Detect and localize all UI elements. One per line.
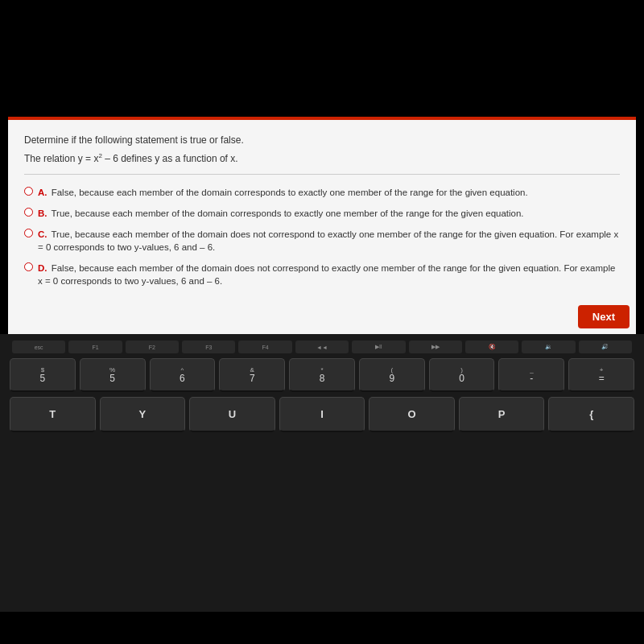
key-f7[interactable]: ▶▶	[409, 341, 462, 353]
key-paren-close[interactable]: ) 0	[429, 358, 495, 392]
key-f5[interactable]: ◄◄	[295, 341, 349, 353]
content-area: Determine if the following statement is …	[8, 120, 636, 338]
key-bracket-open[interactable]: {	[548, 397, 634, 432]
option-c[interactable]: C. True, because each member of the doma…	[24, 228, 620, 254]
key-i[interactable]: I	[279, 397, 365, 432]
fn-row: esc F1 F2 F3 F4 ◄◄ ▶II ▶▶ 🔇 🔉 🔊	[0, 334, 644, 357]
key-minus[interactable]: _ -	[498, 358, 564, 392]
key-f2[interactable]: F2	[126, 341, 179, 353]
key-f1[interactable]: F1	[68, 341, 122, 353]
key-p[interactable]: P	[459, 397, 545, 432]
key-o[interactable]: O	[369, 397, 455, 432]
screen-container: Determine if the following statement is …	[0, 0, 644, 644]
key-percent[interactable]: % 5	[80, 358, 146, 392]
key-f4[interactable]: F4	[238, 341, 291, 353]
key-paren-open[interactable]: ( 9	[359, 358, 425, 392]
option-d[interactable]: D. False, because each member of the dom…	[24, 262, 620, 287]
key-ampersand[interactable]: & 7	[219, 358, 285, 392]
question-text: The relation y = x2 – 6 defines y as a f…	[24, 152, 620, 164]
key-escape[interactable]: esc	[12, 341, 65, 353]
number-row: $ 5 % 5 ^ 6 & 7 * 8 ( 9	[0, 357, 644, 394]
instruction-text: Determine if the following statement is …	[24, 134, 620, 146]
keyboard: esc F1 F2 F3 F4 ◄◄ ▶II ▶▶ 🔇 🔉 🔊 $ 5 % 5 …	[0, 334, 644, 644]
radio-b[interactable]	[24, 208, 33, 217]
radio-d[interactable]	[24, 262, 33, 271]
key-y[interactable]: Y	[100, 397, 186, 432]
key-f3[interactable]: F3	[182, 341, 235, 353]
next-button[interactable]: Next	[578, 305, 630, 328]
key-dollar[interactable]: $ 5	[10, 358, 76, 392]
key-caret[interactable]: ^ 6	[150, 358, 216, 392]
radio-a[interactable]	[24, 187, 33, 196]
bottom-bezel	[0, 612, 644, 644]
key-f8[interactable]: 🔇	[465, 341, 518, 353]
option-a[interactable]: A. False, because each member of the dom…	[24, 186, 620, 199]
key-f6[interactable]: ▶II	[352, 341, 405, 353]
divider	[24, 174, 620, 175]
key-f9[interactable]: 🔉	[522, 341, 575, 353]
radio-c[interactable]	[24, 229, 33, 237]
key-f10[interactable]: 🔊	[579, 341, 632, 353]
key-u[interactable]: U	[189, 397, 275, 432]
qwerty-row: T Y U I O P {	[0, 394, 644, 434]
key-asterisk[interactable]: * 8	[289, 358, 355, 392]
top-bezel	[0, 0, 644, 117]
option-b[interactable]: B. True, because each member of the doma…	[24, 207, 620, 220]
key-plus[interactable]: + =	[568, 358, 634, 392]
key-t[interactable]: T	[10, 397, 96, 432]
